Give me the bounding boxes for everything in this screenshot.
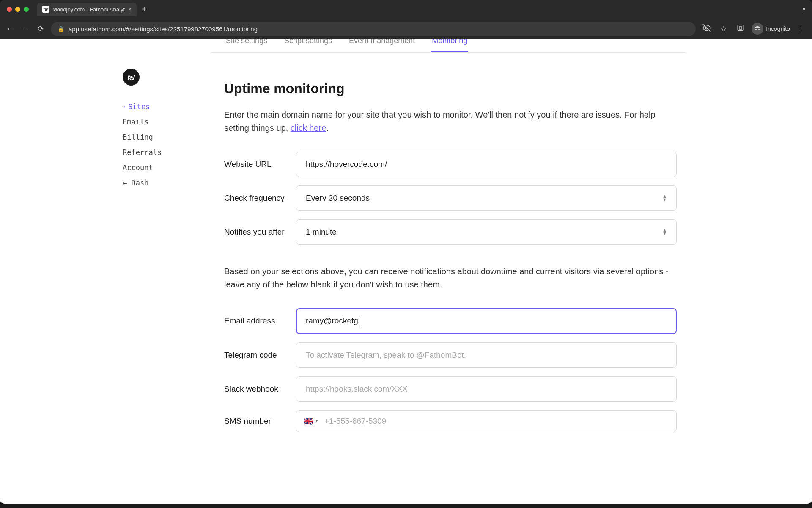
check-frequency-select[interactable]: Every 30 seconds ▲▼ (296, 185, 677, 211)
tab-script-settings[interactable]: Script settings (283, 39, 333, 52)
close-tab-icon[interactable]: × (128, 6, 132, 13)
sms-placeholder: +1-555-867-5309 (324, 417, 386, 426)
forward-button[interactable]: → (20, 25, 30, 33)
address-bar: ← → ⟳ 🔒 app.usefathom.com/#/settings/sit… (0, 19, 812, 39)
notifies-after-select[interactable]: 1 minute ▲▼ (296, 219, 677, 245)
label-notifies-after: Notifies you after (224, 227, 296, 237)
new-tab-button[interactable]: + (142, 5, 147, 14)
select-value: Every 30 seconds (306, 193, 370, 203)
form-row-email: Email address ramy@rocketg (224, 308, 677, 334)
sms-input[interactable]: 🇬🇧 ▼ +1-555-867-5309 (296, 410, 677, 432)
tab-event-management[interactable]: Event management (348, 39, 416, 52)
logo[interactable]: fa/ (123, 69, 140, 86)
url-text: app.usefathom.com/#/settings/sites/22517… (69, 25, 689, 33)
country-flag-select[interactable]: 🇬🇧 ▼ (304, 417, 318, 426)
sidebar: fa/ › Sites Emails Billing Referrals Acc… (123, 69, 190, 190)
sidebar-item-billing[interactable]: Billing (123, 130, 190, 145)
incognito-label: Incognito (766, 25, 790, 32)
browser-tab[interactable]: fa/ Moodjoy.com - Fathom Analyt × (37, 3, 137, 16)
main-content: Uptime monitoring Enter the main domain … (224, 55, 677, 432)
sidebar-item-referrals[interactable]: Referrals (123, 145, 190, 160)
eye-off-icon[interactable] (701, 24, 713, 34)
slack-input[interactable] (296, 376, 677, 402)
form-row-website-url: Website URL (224, 152, 677, 177)
label-email: Email address (224, 316, 296, 326)
maximize-window-button[interactable] (24, 7, 29, 12)
select-arrows-icon: ▲▼ (662, 195, 667, 201)
label-slack: Slack webhook (224, 384, 296, 394)
sidebar-item-label: Sites (128, 102, 150, 111)
url-bar[interactable]: 🔒 app.usefathom.com/#/settings/sites/225… (51, 22, 696, 36)
sidebar-item-sites[interactable]: › Sites (123, 99, 190, 114)
lock-icon: 🔒 (58, 26, 64, 32)
page-description: Enter the main domain name for your site… (224, 108, 677, 135)
form-row-telegram: Telegram code (224, 342, 677, 368)
label-telegram: Telegram code (224, 351, 296, 360)
page-content: Site settings Script settings Event mana… (0, 39, 812, 504)
back-button[interactable]: ← (5, 25, 15, 33)
description-text: Enter the main domain name for your site… (224, 110, 656, 133)
extensions-icon[interactable] (735, 24, 746, 34)
tab-title: Moodjoy.com - Fathom Analyt (52, 6, 125, 13)
email-input[interactable]: ramy@rocketg (296, 308, 677, 334)
sidebar-item-emails[interactable]: Emails (123, 114, 190, 130)
close-window-button[interactable] (7, 7, 12, 12)
page-title: Uptime monitoring (224, 81, 677, 97)
form-row-slack: Slack webhook (224, 376, 677, 402)
email-value: ramy@rocketg (306, 316, 358, 325)
title-bar: fa/ Moodjoy.com - Fathom Analyt × + ▾ (0, 0, 812, 19)
sub-description: Based on your selections above, you can … (224, 265, 677, 291)
tab-monitoring[interactable]: Monitoring (431, 39, 468, 52)
select-arrows-icon: ▲▼ (662, 229, 667, 235)
sidebar-back-dash[interactable]: ← Dash (123, 175, 190, 190)
label-check-frequency: Check frequency (224, 193, 296, 203)
label-website-url: Website URL (224, 160, 296, 169)
tab-site-settings[interactable]: Site settings (225, 39, 268, 52)
telegram-input[interactable] (296, 342, 677, 368)
website-url-input[interactable] (296, 152, 677, 177)
bookmark-star-icon[interactable]: ☆ (718, 24, 730, 33)
form-row-sms: SMS number 🇬🇧 ▼ +1-555-867-5309 (224, 410, 677, 432)
settings-tabs: Site settings Script settings Event mana… (211, 39, 685, 53)
sidebar-item-account[interactable]: Account (123, 160, 190, 175)
svg-rect-2 (739, 27, 742, 29)
flag-dropdown-icon: ▼ (315, 419, 318, 423)
traffic-lights (7, 7, 29, 12)
flag-icon: 🇬🇧 (304, 417, 313, 426)
chevron-right-icon: › (123, 104, 126, 110)
select-value: 1 minute (306, 227, 337, 237)
minimize-window-button[interactable] (15, 7, 20, 12)
menu-icon[interactable]: ⋮ (795, 24, 807, 33)
text-cursor (359, 317, 359, 326)
browser-chrome: fa/ Moodjoy.com - Fathom Analyt × + ▾ ← … (0, 0, 812, 39)
form-row-notifies-after: Notifies you after 1 minute ▲▼ (224, 219, 677, 245)
form-row-check-frequency: Check frequency Every 30 seconds ▲▼ (224, 185, 677, 211)
tabs-dropdown-icon[interactable]: ▾ (803, 6, 805, 12)
svg-rect-1 (738, 25, 743, 31)
help-link[interactable]: click here (291, 123, 326, 133)
reload-button[interactable]: ⟳ (36, 24, 46, 33)
incognito-badge[interactable]: Incognito (752, 23, 790, 35)
incognito-icon (752, 23, 763, 35)
tab-favicon: fa/ (42, 6, 49, 13)
description-post: . (326, 123, 329, 133)
label-sms: SMS number (224, 417, 296, 426)
